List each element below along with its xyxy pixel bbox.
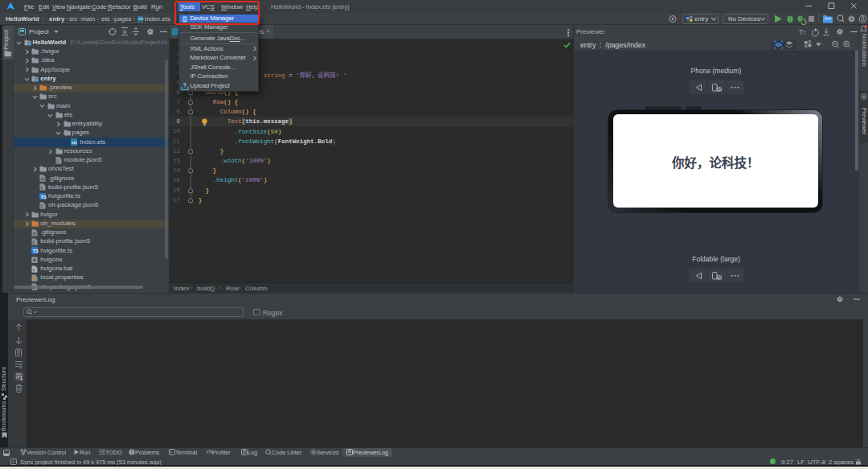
svg-text:t: t: [804, 30, 805, 35]
svg-text:{}: {}: [32, 241, 35, 245]
svg-text:{}: {}: [40, 204, 43, 208]
svg-text:{}: {}: [56, 159, 59, 163]
svg-text:{}: {}: [40, 186, 43, 190]
